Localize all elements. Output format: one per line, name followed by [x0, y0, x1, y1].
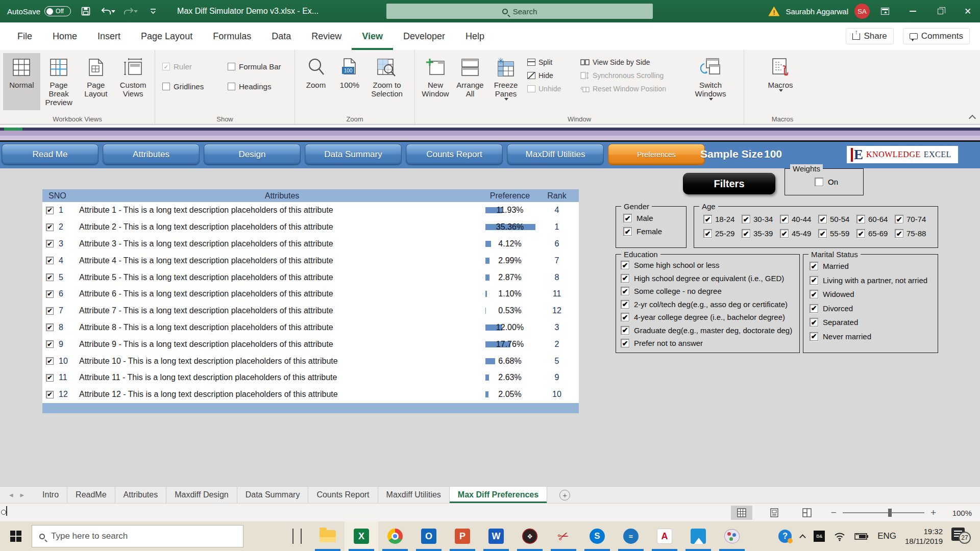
task-view-button[interactable] [292, 529, 302, 544]
age-checkbox[interactable] [895, 215, 903, 223]
page-break-status-button[interactable] [796, 506, 818, 520]
age-checkbox[interactable] [703, 215, 712, 223]
bo-app-icon[interactable]: B& [814, 531, 825, 542]
account-name[interactable]: Saurabh Aggarwal [786, 7, 848, 16]
age-checkbox[interactable] [895, 229, 903, 238]
wifi-icon[interactable] [834, 531, 846, 541]
education-checkbox[interactable] [621, 274, 629, 283]
customize-quick-access-button[interactable] [145, 4, 161, 19]
custom-views-button[interactable]: Custom Views [114, 53, 152, 110]
marital-option-label[interactable]: Widowed [823, 290, 854, 298]
close-button[interactable]: ✕ [955, 0, 980, 22]
gender-checkbox[interactable] [623, 227, 632, 236]
age-checkbox[interactable] [818, 215, 827, 223]
row-checkbox[interactable] [46, 207, 54, 214]
file-explorer-button[interactable] [311, 521, 345, 551]
adobe-reader-button[interactable]: A [648, 521, 681, 551]
language-indicator[interactable]: ENG [877, 531, 896, 541]
row-checkbox[interactable] [46, 307, 54, 315]
search-input[interactable]: Search [386, 4, 653, 19]
ribbon-tab[interactable]: File [7, 22, 42, 50]
nav-button[interactable]: Preferences [608, 144, 705, 165]
nav-button[interactable]: Data Summary [305, 144, 402, 165]
zoom-out-button[interactable]: − [831, 507, 837, 518]
row-checkbox[interactable] [46, 240, 54, 247]
page-break-preview-button[interactable]: Page Break Preview [40, 53, 78, 110]
sheet-tab[interactable]: Data Summary [237, 487, 309, 503]
normal-view-button[interactable]: Normal [3, 53, 40, 110]
weights-on-label[interactable]: On [828, 178, 838, 186]
freeze-panes-button[interactable]: ✳ Freeze Panes [487, 53, 524, 110]
comments-button[interactable]: Comments [903, 28, 970, 44]
ribbon-tab[interactable]: Developer [393, 22, 455, 50]
sheet-tab[interactable]: Maxdiff Utilities [378, 487, 450, 503]
age-option-label[interactable]: 45-49 [792, 229, 811, 238]
ribbon-tab[interactable]: Page Layout [131, 22, 203, 50]
row-checkbox[interactable] [46, 340, 54, 348]
zoom-to-selection-button[interactable]: Zoom to Selection [365, 53, 408, 110]
outlook-button[interactable]: O [412, 521, 446, 551]
education-checkbox[interactable] [621, 287, 629, 295]
save-button[interactable] [78, 4, 93, 19]
ribbon-display-options-button[interactable] [873, 0, 897, 22]
normal-view-status-button[interactable] [731, 506, 752, 520]
switch-windows-button[interactable]: Switch Windows [689, 53, 732, 110]
collapse-ribbon-icon[interactable] [969, 115, 976, 122]
age-checkbox[interactable] [818, 229, 827, 238]
warning-icon[interactable]: ! [768, 7, 779, 16]
age-checkbox[interactable] [780, 229, 789, 238]
age-checkbox[interactable] [703, 229, 712, 238]
snipping-tool-button[interactable]: ✂ [547, 521, 580, 551]
sheet-tab[interactable]: Intro [34, 487, 67, 503]
gender-checkbox[interactable] [623, 214, 632, 222]
age-checkbox[interactable] [780, 215, 789, 223]
row-checkbox[interactable] [46, 391, 54, 398]
row-checkbox[interactable] [46, 323, 54, 331]
gridlines-checkbox[interactable]: Gridlines [162, 82, 228, 91]
ribbon-tab[interactable]: Review [301, 22, 352, 50]
taskbar-search-input[interactable]: Type here to search [32, 525, 243, 547]
page-layout-view-button[interactable]: Page Layout [78, 53, 115, 110]
marital-option-label[interactable]: Never married [823, 332, 871, 341]
arrange-all-button[interactable]: Arrange All [453, 53, 487, 110]
word-button[interactable]: W [479, 521, 513, 551]
battery-icon[interactable] [854, 532, 869, 540]
age-option-label[interactable]: 55-59 [830, 229, 849, 238]
age-checkbox[interactable] [742, 215, 750, 223]
formula-bar-checkbox-box[interactable] [228, 63, 235, 70]
education-checkbox[interactable] [621, 339, 629, 347]
nav-button[interactable]: MaxDiff Utilities [507, 144, 604, 165]
education-option-label[interactable]: 2-yr col/tech deg(e.g., asso deg or cert… [634, 300, 788, 309]
page-layout-status-button[interactable] [764, 506, 785, 520]
age-option-label[interactable]: 60-64 [868, 215, 888, 223]
gender-option-label[interactable]: Male [636, 214, 653, 222]
education-option-label[interactable]: Prefer not to answer [634, 339, 703, 347]
sheet-tab[interactable]: ReadMe [67, 487, 115, 503]
education-checkbox[interactable] [621, 326, 629, 335]
age-option-label[interactable]: 30-34 [753, 215, 773, 223]
row-checkbox[interactable] [46, 257, 54, 264]
minimize-button[interactable] [900, 0, 925, 22]
marital-checkbox[interactable] [810, 262, 818, 270]
row-checkbox[interactable] [46, 290, 54, 298]
education-option-label[interactable]: Some high school or less [634, 261, 720, 269]
share-button[interactable]: Share [846, 28, 893, 44]
macros-button[interactable]: Macros [758, 53, 802, 110]
ribbon-tab[interactable]: Insert [87, 22, 131, 50]
skype-button[interactable]: S [580, 521, 614, 551]
marital-checkbox[interactable] [810, 318, 818, 327]
zoom-level[interactable]: 100% [949, 509, 972, 517]
zoom-in-button[interactable]: + [930, 507, 936, 518]
new-sheet-button[interactable]: + [559, 490, 570, 500]
marital-option-label[interactable]: Divorced [823, 304, 853, 313]
ribbon-tab[interactable]: Formulas [203, 22, 261, 50]
row-checkbox[interactable] [46, 223, 54, 231]
weights-on-checkbox[interactable] [815, 178, 823, 186]
age-option-label[interactable]: 25-29 [715, 229, 734, 238]
undo-dropdown-icon[interactable] [111, 10, 115, 13]
row-checkbox[interactable] [46, 273, 54, 281]
marital-option-label[interactable]: Separated [823, 318, 858, 327]
age-option-label[interactable]: 35-39 [753, 229, 773, 238]
media-app-button[interactable]: ❖ [513, 521, 547, 551]
help-icon[interactable]: ? [778, 530, 792, 543]
